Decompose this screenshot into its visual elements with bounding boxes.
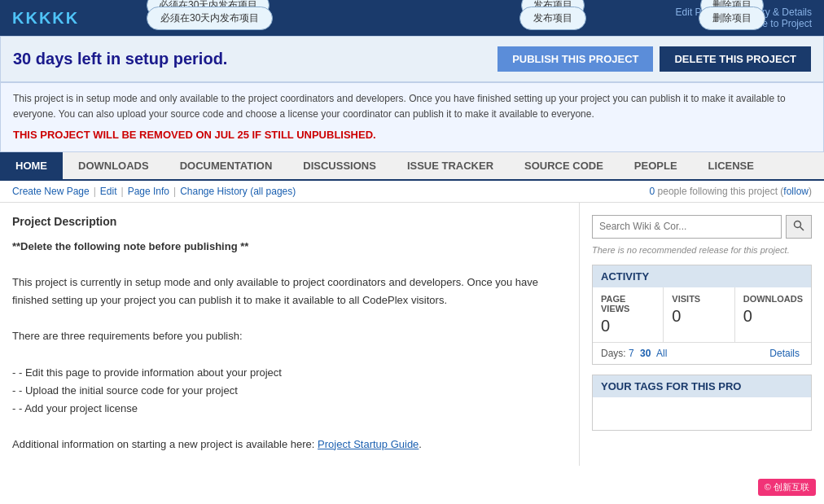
nav-tabs: HOME DOWNLOADS DOCUMENTATION DISCUSSIONS… — [0, 152, 824, 181]
notice-text: 30 days left in setup period. — [13, 50, 227, 68]
svg-line-1 — [800, 226, 804, 230]
tab-issue-tracker[interactable]: ISSUE TRACKER — [392, 152, 509, 179]
req3: - Add your project license — [12, 400, 567, 418]
svg-point-0 — [795, 221, 801, 227]
tab-downloads[interactable]: DOWNLOADS — [63, 152, 164, 179]
sub-nav: Create New Page | Edit | Page Info | Cha… — [0, 181, 824, 203]
tags-content — [593, 397, 811, 430]
days-row: Days: 7 30 All Details — [593, 342, 811, 364]
no-release-text: There is no recommended release for this… — [592, 245, 812, 255]
tab-home[interactable]: HOME — [0, 152, 63, 179]
activity-box: ACTIVITY PAGE VIEWS 0 VISITS 0 DOWNLOADS… — [592, 265, 812, 365]
create-new-page-link[interactable]: Create New Page — [12, 186, 90, 197]
description-bar: This project is in setup mode and only a… — [0, 82, 824, 152]
stat-pageviews: PAGE VIEWS 0 — [593, 287, 664, 342]
note-heading: **Delete the following note before publi… — [12, 240, 248, 252]
req2: - Upload the initial source code for you… — [12, 382, 567, 400]
subscribe-link[interactable]: Subscribe to Project — [725, 18, 812, 29]
search-input[interactable] — [592, 215, 782, 239]
activity-header: ACTIVITY — [593, 265, 811, 287]
tab-license[interactable]: LICENSE — [693, 152, 769, 179]
tab-documentation[interactable]: DOCUMENTATION — [164, 152, 288, 179]
logo: KKKKK — [12, 9, 79, 28]
page-info-link[interactable]: Page Info — [128, 186, 169, 197]
guide-link[interactable]: Project Startup Guide — [318, 438, 419, 450]
requirements-list: - Edit this page to provide information … — [12, 364, 567, 418]
activity-stats: PAGE VIEWS 0 VISITS 0 DOWNLOADS 0 — [593, 287, 811, 342]
sub-nav-left: Create New Page | Edit | Page Info | Cha… — [12, 186, 296, 197]
search-button[interactable] — [786, 215, 812, 239]
tab-source-code[interactable]: SOURCE CODE — [509, 152, 619, 179]
note-body: This project is currently in setup mode … — [12, 274, 567, 309]
publish-button[interactable]: PUBLISH THIS PROJECT — [497, 46, 653, 72]
stat-visits: VISITS 0 — [664, 287, 734, 342]
stat-downloads: DOWNLOADS 0 — [735, 287, 811, 342]
warning-text: THIS PROJECT WILL BE REMOVED ON JUL 25 I… — [13, 127, 811, 143]
edit-link[interactable]: Edit — [100, 186, 117, 197]
days-all-link[interactable]: All — [656, 348, 667, 359]
main-content: Project Description **Delete the followi… — [0, 203, 824, 466]
notice-buttons: PUBLISH THIS PROJECT DELETE THIS PROJECT — [497, 46, 811, 72]
content-left: Project Description **Delete the followi… — [0, 203, 580, 466]
notice-bar: 30 days left in setup period. PUBLISH TH… — [0, 36, 824, 82]
details-link[interactable]: Details — [769, 348, 800, 359]
additional-info: Additional information on starting a new… — [12, 436, 567, 454]
tab-people[interactable]: PEOPLE — [619, 152, 693, 179]
search-icon — [793, 220, 804, 231]
tags-header: YOUR TAGS FOR THIS PRO — [593, 375, 811, 397]
req1: - Edit this page to provide information … — [12, 364, 567, 382]
search-row — [592, 215, 812, 239]
content-right: There is no recommended release for this… — [580, 203, 824, 466]
followers-count: 0 — [650, 186, 655, 197]
tags-box: YOUR TAGS FOR THIS PRO — [592, 375, 812, 431]
project-desc-body: **Delete the following note before publi… — [12, 238, 567, 454]
tab-discussions[interactable]: DISCUSSIONS — [287, 152, 392, 179]
days-label: Days: — [601, 348, 626, 359]
follow-link[interactable]: follow — [783, 186, 809, 197]
change-history-link[interactable]: Change History (all pages) — [180, 186, 296, 197]
following-text: people following this project ( — [658, 186, 784, 197]
project-desc-title: Project Description — [12, 215, 567, 228]
description-text: This project is in setup mode and only a… — [13, 91, 811, 122]
days-7-link[interactable]: 7 — [629, 348, 634, 359]
requirements-heading: There are three requirements before you … — [12, 327, 567, 345]
delete-button[interactable]: DELETE THIS PROJECT — [660, 46, 811, 72]
days-30-link[interactable]: 30 — [640, 348, 651, 359]
sub-nav-right: 0 people following this project (follow) — [650, 186, 812, 197]
